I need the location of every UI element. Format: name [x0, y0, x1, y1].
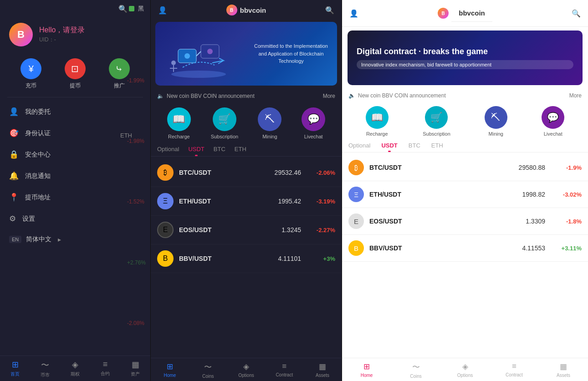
eth-change: -3.19% [310, 198, 335, 205]
tab-eth[interactable]: ETH [235, 146, 246, 156]
right-coin-row-bbv[interactable]: B BBV/USDT 4.11553 +3.11% [342, 235, 588, 262]
qa-subscription[interactable]: 🛒 Subscription [211, 107, 238, 139]
rqa-mining[interactable]: ⛏ Mining [485, 106, 507, 137]
settings-label: 设置 [22, 215, 35, 223]
rqa-subscription[interactable]: 🛒 Subscription [423, 106, 450, 137]
tab-usdt[interactable]: USDT [188, 146, 204, 156]
promote-label: 推广 [114, 82, 125, 90]
sidebar-item-delegate[interactable]: 👤 我的委托 [0, 101, 150, 122]
address-label: 提币地址 [25, 193, 51, 202]
right-coin-list: ₿ BTC/USDT 29580.88 -1.9% Ξ ETH/USDT 199… [342, 154, 588, 358]
withdraw-label: 提币 [70, 82, 81, 90]
mid-home-label: Home [164, 373, 176, 378]
right-panel: 👤 B bbvcoin 🔍 Digital contract · breaks … [342, 0, 588, 381]
login-prompt[interactable]: 请登录 [63, 26, 85, 34]
right-nav-coins[interactable]: 〜 Coins [391, 358, 440, 381]
sidebar-item-language[interactable]: EN 简体中文 ▸ [0, 229, 150, 249]
nav-item-coins[interactable]: 〜 币市 [30, 356, 60, 381]
promote-button[interactable]: ⤷ 推广 [109, 58, 130, 90]
mid-nav-home[interactable]: ⊞ Home [151, 358, 189, 381]
right-bbv-pair: BBV/USDT [369, 244, 522, 252]
right-nav-contract[interactable]: ≡ Contract [490, 358, 539, 381]
tab-optional[interactable]: Optional [157, 146, 179, 156]
rqa-livechat[interactable]: 💬 Livechat [542, 106, 564, 137]
tab-btc[interactable]: BTC [214, 146, 225, 156]
sidebar-item-security[interactable]: 🔒 安全中心 [0, 144, 150, 165]
right-nav-options[interactable]: ◈ Options [440, 358, 490, 381]
svg-point-0 [171, 71, 226, 78]
withdraw-button[interactable]: ⊡ 提币 [65, 58, 86, 90]
recharge-button[interactable]: ¥ 充币 [20, 58, 41, 90]
mid-title: bbvcoin [240, 6, 266, 14]
svg-point-5 [207, 49, 213, 54]
right-coin-row-eth[interactable]: Ξ ETH/USDT 1998.82 -3.02% [342, 181, 588, 208]
ann-more-button[interactable]: More [323, 93, 335, 99]
bbv-icon: B [157, 250, 174, 267]
rqa-recharge[interactable]: 📖 Recharge [366, 106, 389, 137]
mid-nav-contract[interactable]: ≡ Contract [265, 358, 303, 381]
nav-item-contract[interactable]: ≡ 合约 [90, 356, 120, 381]
right-banner-title: Digital contract · breaks the game [357, 47, 573, 56]
right-nav-home[interactable]: ⊞ Home [342, 358, 391, 381]
right-btc-pair: BTC/USDT [369, 164, 519, 171]
settings-icon: ⚙ [9, 214, 16, 224]
mid-home-icon: ⊞ [167, 362, 173, 371]
coin-row-eth[interactable]: Ξ ETH/USDT 1995.42 -3.19% [151, 187, 342, 216]
sidebar-item-notify[interactable]: 🔔 消息通知 [0, 165, 150, 187]
sidebar-item-settings[interactable]: ⚙ 设置 [0, 208, 150, 229]
user-section: B Hello，请登录 UID：- [0, 17, 150, 54]
mid-banner: Committed to the Implementation and Appl… [155, 22, 337, 86]
right-coin-row-eos[interactable]: E EOS/USDT 1.3309 -1.8% [342, 208, 588, 235]
right-profile-icon[interactable]: 👤 [349, 9, 358, 18]
right-home-icon: ⊞ [363, 362, 370, 371]
mid-options-label: Options [238, 373, 254, 378]
mid-search-icon[interactable]: 🔍 [325, 6, 334, 15]
right-tab-usdt[interactable]: USDT [381, 142, 397, 152]
right-tab-eth[interactable]: ETH [431, 142, 443, 152]
coin-row-eos[interactable]: E EOS/USDT 1.3245 -2.27% [151, 216, 342, 244]
home-icon: ⊞ [12, 360, 19, 370]
nav-item-home[interactable]: ⊞ 首页 [0, 356, 30, 381]
svg-point-6 [171, 61, 176, 65]
rqa-livechat-icon: 💬 [542, 106, 564, 129]
nav-item-assets[interactable]: ▦ 资产 [120, 356, 150, 381]
right-nav-assets[interactable]: ▦ Assets [539, 358, 588, 381]
right-tab-optional[interactable]: Optional [348, 142, 370, 152]
right-coin-row-btc[interactable]: ₿ BTC/USDT 29580.88 -1.9% [342, 154, 588, 181]
left-top-bar: 黑 🔍 [0, 0, 150, 17]
right-search-icon[interactable]: 🔍 [572, 9, 581, 18]
avatar[interactable]: B [9, 23, 33, 46]
qa-livechat-icon: 💬 [302, 107, 325, 131]
mid-nav-options[interactable]: ◈ Options [227, 358, 266, 381]
svg-line-3 [196, 51, 201, 56]
right-eos-price: 1.3309 [526, 218, 545, 225]
mid-options-icon: ◈ [243, 362, 249, 371]
right-btc-icon: ₿ [348, 160, 364, 175]
qa-livechat[interactable]: 💬 Livechat [302, 107, 325, 139]
options-label: 期权 [71, 371, 80, 377]
sidebar-item-address[interactable]: 📍 提币地址 [0, 187, 150, 208]
mid-coins-label: Coins [202, 374, 214, 379]
mid-nav-assets[interactable]: ▦ Assets [303, 358, 342, 381]
coin-row-btc[interactable]: ₿ BTC/USDT 29532.46 -2.06% [151, 158, 342, 187]
lang-badge: EN [9, 236, 21, 243]
right-bottom-nav: ⊞ Home 〜 Coins ◈ Options ≡ Contract ▦ As… [342, 358, 588, 381]
lang-arrow: ▸ [58, 236, 61, 243]
mid-profile-icon[interactable]: 👤 [158, 6, 167, 15]
qa-mining[interactable]: ⛏ Mining [258, 107, 281, 139]
right-ann-more-button[interactable]: More [569, 92, 582, 99]
btc-icon: ₿ [157, 164, 174, 181]
eth-label: ETH [120, 132, 132, 139]
right-tab-btc[interactable]: BTC [409, 142, 420, 152]
mid-nav-coins[interactable]: 〜 Coins [189, 358, 227, 381]
verify-label: 身份认证 [25, 129, 51, 137]
btc-pair: BTC/USDT [179, 169, 275, 176]
svg-point-4 [184, 53, 190, 59]
rqa-subscription-label: Subscription [423, 131, 450, 137]
search-icon[interactable]: 🔍 [118, 5, 128, 13]
coin-row-bbv[interactable]: B BBV/USDT 4.11101 +3% [151, 244, 342, 273]
eth-price: 1995.42 [278, 198, 301, 205]
mid-tab-bar: Optional USDT BTC ETH [151, 142, 342, 157]
qa-recharge[interactable]: 📖 Recharge [167, 107, 191, 139]
nav-item-options[interactable]: ◈ 期权 [60, 356, 90, 381]
